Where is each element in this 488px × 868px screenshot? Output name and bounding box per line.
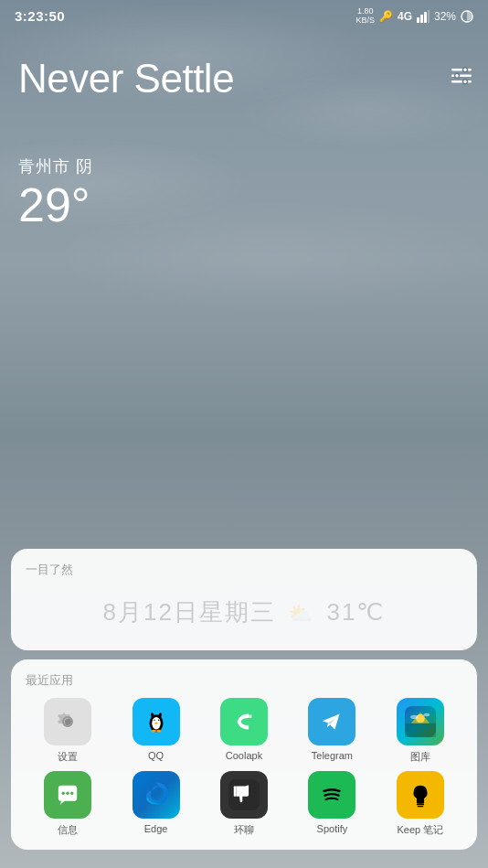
app-icon-huanjiao — [220, 771, 268, 819]
weather-widget: 青州市 阴 29° — [18, 155, 470, 229]
app-item-coolapk[interactable]: Coolapk — [202, 698, 286, 764]
weather-temperature: 29° — [18, 181, 470, 229]
svg-point-9 — [455, 73, 460, 78]
svg-rect-27 — [405, 723, 436, 737]
app-icon-messages — [44, 771, 91, 819]
app-name-keep: Keep 笔记 — [397, 823, 443, 837]
svg-point-29 — [416, 714, 425, 723]
app-icon-settings — [44, 698, 91, 745]
app-item-qq[interactable]: QQ — [113, 698, 197, 764]
app-icon-gallery — [397, 698, 444, 745]
svg-rect-0 — [417, 17, 419, 23]
one-look-content: 8月12日星期三 ⛅ 31℃ — [26, 587, 462, 638]
widgets-area: 一目了然 8月12日星期三 ⛅ 31℃ 最近应用 — [0, 549, 488, 868]
svg-rect-2 — [424, 12, 427, 23]
svg-point-24 — [156, 730, 161, 733]
battery-icon — [461, 10, 473, 23]
svg-rect-41 — [417, 806, 423, 807]
svg-point-8 — [463, 68, 468, 72]
svg-rect-5 — [451, 69, 472, 71]
recent-apps-label: 最近应用 — [26, 672, 462, 689]
svg-rect-37 — [234, 786, 237, 796]
app-name-gallery: 图库 — [410, 750, 430, 764]
app-item-edge[interactable]: Edge — [113, 771, 197, 837]
app-icon-spotify — [308, 771, 355, 819]
tagline: Never Settle — [18, 57, 470, 101]
svg-rect-7 — [451, 80, 472, 83]
app-name-edge: Edge — [144, 823, 168, 834]
app-icon-telegram — [308, 698, 355, 745]
app-name-spotify: Spotify — [317, 823, 348, 834]
app-item-telegram[interactable]: Telegram — [290, 698, 374, 764]
weather-cloud-icon: ⛅ — [288, 602, 314, 626]
svg-point-23 — [151, 730, 155, 733]
app-name-coolapk: Coolapk — [226, 750, 262, 761]
apps-grid: 设置 — [26, 698, 462, 837]
app-item-messages[interactable]: 信息 — [26, 771, 110, 837]
status-right-icons: 1.80 KB/S 🔑 4G 32% — [355, 7, 473, 26]
svg-point-10 — [463, 80, 468, 84]
app-name-huanjiao: 环聊 — [234, 823, 254, 837]
svg-rect-40 — [417, 804, 424, 806]
svg-rect-3 — [428, 10, 430, 23]
signal-bars-icon — [417, 10, 430, 23]
one-look-date: 8月12日星期三 ⛅ 31℃ — [103, 598, 386, 626]
one-look-label: 一目了然 — [26, 562, 462, 578]
app-item-huanjiao[interactable]: 环聊 — [202, 771, 286, 837]
app-item-gallery[interactable]: 图库 — [378, 698, 462, 764]
one-look-widget: 一目了然 8月12日星期三 ⛅ 31℃ — [11, 549, 477, 650]
app-icon-coolapk — [220, 698, 268, 745]
app-icon-keep — [397, 771, 444, 819]
svg-point-33 — [62, 792, 65, 795]
svg-point-20 — [154, 723, 157, 724]
app-icon-edge — [133, 771, 180, 819]
battery-percentage: 32% — [434, 10, 456, 23]
svg-point-34 — [66, 792, 69, 795]
svg-point-13 — [65, 719, 70, 724]
app-icon-qq — [133, 698, 180, 745]
settings-toggle-button[interactable] — [450, 64, 473, 88]
recent-apps-widget: 最近应用 设置 — [11, 659, 477, 850]
weather-location: 青州市 阴 — [18, 155, 470, 177]
main-content: Never Settle 青州市 阴 29° — [0, 57, 488, 229]
app-name-messages: 信息 — [58, 823, 78, 837]
app-name-settings: 设置 — [58, 750, 78, 764]
key-icon: 🔑 — [379, 10, 393, 23]
app-name-qq: QQ — [148, 750, 164, 761]
app-item-spotify[interactable]: Spotify — [290, 771, 374, 837]
app-item-settings[interactable]: 设置 — [26, 698, 110, 764]
status-bar: 3:23:50 1.80 KB/S 🔑 4G 32% — [0, 0, 488, 29]
svg-rect-1 — [420, 15, 423, 23]
signal-icon: 4G — [398, 10, 412, 23]
svg-point-31 — [423, 713, 430, 716]
app-name-telegram: Telegram — [312, 750, 353, 761]
svg-point-35 — [70, 792, 73, 795]
network-speed: 1.80 KB/S — [355, 7, 375, 26]
svg-point-19 — [158, 720, 159, 721]
app-item-keep[interactable]: Keep 笔记 — [378, 771, 462, 837]
status-time: 3:23:50 — [15, 8, 65, 24]
svg-point-30 — [410, 715, 418, 719]
svg-point-18 — [154, 720, 154, 721]
